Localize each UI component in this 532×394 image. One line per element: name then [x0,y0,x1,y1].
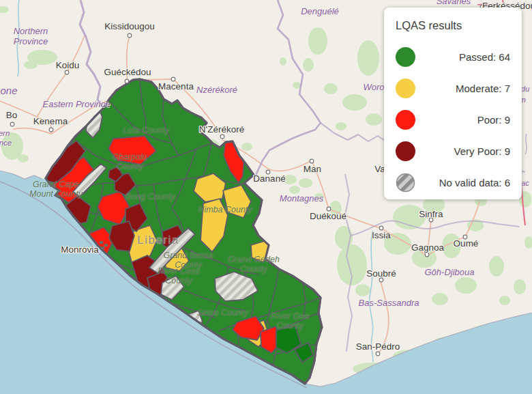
no-data-hatched-swatch [396,173,415,193]
map-widget: KissidougouKoiduGuéckédouMacentaN'Zéréko… [0,0,532,394]
legend-item-poor: Poor: 9 [396,104,510,135]
passed-swatch [396,47,415,67]
lqas-legend: LQAS results Passed: 64 Moderate: 7 Poor… [384,8,522,199]
legend-item-label: Moderate: 7 [456,83,510,94]
very-poor-swatch [396,141,415,161]
poor-swatch [396,110,415,130]
legend-item-no-data: No valid data: 6 [396,167,510,198]
legend-item-very-poor: Very Poor: 9 [396,135,510,167]
legend-item-moderate: Moderate: 7 [396,72,510,104]
legend-title: LQAS results [396,19,510,32]
legend-item-label: Poor: 9 [477,114,510,126]
legend-item-label: Passed: 64 [459,51,510,63]
moderate-swatch [396,79,415,98]
legend-item-label: No valid data: 6 [439,177,510,188]
legend-item-label: Very Poor: 9 [454,145,510,157]
legend-item-passed: Passed: 64 [396,41,510,72]
